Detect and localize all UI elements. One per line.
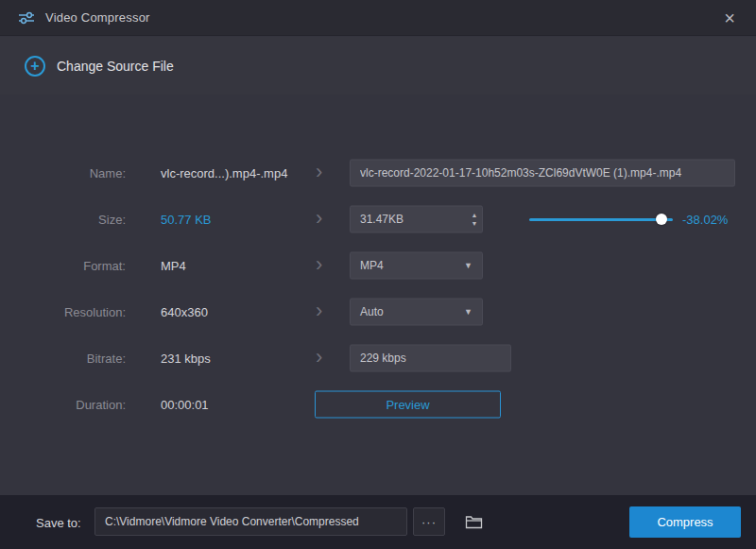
bitrate-value: 231 kbps (161, 351, 211, 365)
preview-button[interactable]: Preview (315, 390, 501, 418)
change-source-file-label: Change Source File (57, 59, 174, 74)
format-select[interactable]: MP4 ▼ (350, 251, 483, 279)
folder-icon (465, 515, 483, 529)
open-folder-button[interactable] (459, 507, 488, 536)
resolution-label: Resolution: (0, 304, 126, 318)
dropdown-arrow-icon: ▼ (464, 307, 472, 317)
name-label: Name: (0, 165, 126, 180)
name-value: vlc-record...).mp4-.mp4 (161, 165, 287, 180)
field-row-name: Name: vlc-record...).mp4-.mp4 › (0, 149, 756, 196)
save-to-label: Save to: (36, 515, 81, 529)
browse-ellipsis-button[interactable]: ··· (413, 507, 445, 536)
settings-panel: Name: vlc-record...).mp4-.mp4 › Size: 50… (0, 94, 756, 495)
field-row-size: Size: 50.77 KB › ▲ ▼ -38.02% (0, 196, 756, 242)
compress-button[interactable]: Compress (629, 506, 741, 538)
bitrate-label: Bitrate: (0, 351, 126, 365)
dropdown-arrow-icon: ▼ (464, 261, 472, 270)
slider-thumb[interactable] (656, 214, 667, 225)
chevron-right-icon: › (316, 205, 322, 230)
format-label: Format: (0, 258, 126, 272)
chevron-right-icon: › (316, 251, 322, 276)
bitrate-input[interactable] (350, 344, 511, 371)
window-title: Video Compressor (45, 10, 150, 25)
duration-label: Duration: (0, 397, 126, 411)
stepper-down-icon[interactable]: ▼ (472, 219, 478, 228)
resolution-select-value: Auto (360, 305, 384, 318)
close-icon[interactable]: × (718, 7, 741, 29)
format-select-value: MP4 (360, 259, 384, 272)
chevron-right-icon: › (316, 159, 322, 183)
plus-icon: + (25, 56, 45, 77)
name-input[interactable] (350, 159, 735, 186)
change-source-file-button[interactable]: + Change Source File (25, 56, 174, 77)
stepper-up-icon[interactable]: ▲ (472, 211, 478, 219)
size-slider[interactable] (529, 214, 673, 225)
size-input[interactable] (350, 205, 483, 232)
resolution-value: 640x360 (161, 304, 208, 318)
field-row-bitrate: Bitrate: 231 kbps › (0, 335, 756, 381)
sliders-icon (19, 11, 34, 25)
field-row-format: Format: MP4 › MP4 ▼ (0, 242, 756, 288)
size-label: Size: (0, 212, 126, 226)
field-row-resolution: Resolution: 640x360 › Auto ▼ (0, 288, 756, 335)
footer-bar: Save to: ··· Compress (0, 495, 756, 549)
titlebar: Video Compressor × (0, 0, 756, 36)
resolution-select[interactable]: Auto ▼ (350, 298, 483, 325)
change-source-bar: + Change Source File (0, 37, 756, 94)
video-compressor-window: Video Compressor × + Change Source File … (0, 0, 756, 549)
save-path-input[interactable] (94, 507, 407, 536)
field-row-duration: Duration: 00:00:01 Preview (0, 381, 756, 427)
size-stepper[interactable]: ▲ ▼ (467, 206, 482, 232)
format-value: MP4 (161, 258, 186, 272)
slider-track[interactable] (529, 218, 673, 221)
duration-value: 00:00:01 (161, 397, 209, 411)
chevron-right-icon: › (316, 344, 322, 369)
size-value: 50.77 KB (161, 212, 212, 226)
chevron-right-icon: › (316, 298, 322, 322)
size-reduction-percent: -38.02% (682, 212, 728, 226)
